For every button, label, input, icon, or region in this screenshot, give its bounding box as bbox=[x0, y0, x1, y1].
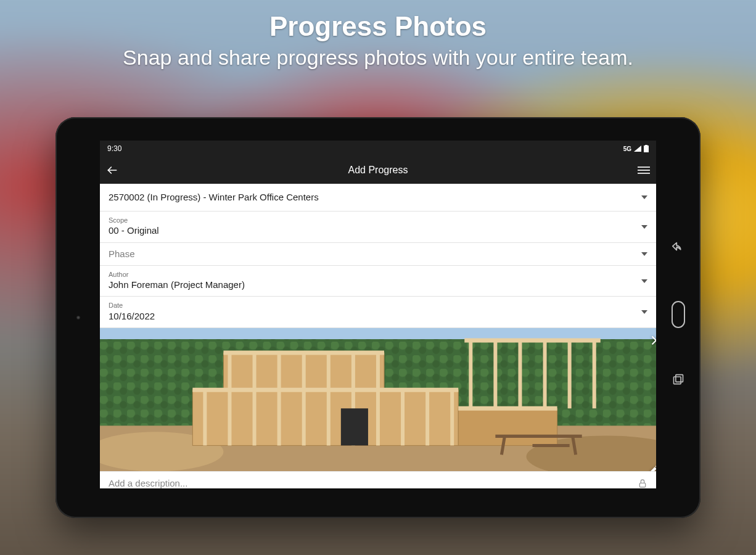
system-home-button[interactable] bbox=[672, 301, 685, 328]
description-input[interactable] bbox=[109, 478, 631, 488]
battery-icon bbox=[644, 145, 649, 152]
date-value: 10/16/2022 bbox=[109, 310, 647, 323]
svg-rect-46 bbox=[674, 377, 681, 384]
tablet-bezel-left bbox=[55, 117, 100, 518]
scope-value: 00 - Original bbox=[109, 224, 647, 237]
menu-button[interactable] bbox=[631, 164, 656, 176]
caret-down-icon bbox=[641, 225, 647, 229]
tablet-camera bbox=[76, 316, 80, 319]
signal-icon bbox=[634, 146, 641, 152]
construction-photo-illustration bbox=[100, 328, 656, 471]
progress-photo[interactable] bbox=[100, 328, 656, 471]
marketing-headline: Progress Photos bbox=[269, 11, 487, 42]
caret-down-icon bbox=[641, 195, 647, 199]
phase-placeholder: Phase bbox=[109, 248, 647, 260]
status-bar: 9:30 5G bbox=[100, 141, 656, 157]
tablet-device-frame: 9:30 5G Add Progres bbox=[55, 117, 701, 518]
system-recents-button[interactable] bbox=[672, 374, 684, 386]
system-back-button[interactable] bbox=[672, 240, 685, 254]
project-select[interactable]: 2570002 (In Progress) - Winter Park Offi… bbox=[100, 184, 656, 212]
svg-rect-47 bbox=[676, 375, 683, 382]
scope-select[interactable]: Scope 00 - Original bbox=[100, 212, 656, 242]
caret-down-icon bbox=[641, 279, 647, 283]
date-label: Date bbox=[109, 302, 647, 310]
back-button[interactable] bbox=[100, 164, 125, 176]
svg-rect-5 bbox=[638, 173, 650, 174]
lock-icon bbox=[638, 478, 647, 488]
svg-rect-16 bbox=[458, 408, 557, 445]
svg-rect-3 bbox=[638, 166, 650, 168]
date-select[interactable]: Date 10/16/2022 bbox=[100, 297, 656, 327]
svg-rect-45 bbox=[639, 483, 645, 487]
marketing-subheadline: Snap and share progress photos with your… bbox=[123, 46, 633, 70]
svg-rect-38 bbox=[341, 408, 368, 445]
form: 2570002 (In Progress) - Winter Park Offi… bbox=[100, 184, 656, 488]
project-value: 2570002 (In Progress) - Winter Park Offi… bbox=[109, 191, 647, 204]
scope-label: Scope bbox=[109, 216, 647, 224]
app-bar: Add Progress bbox=[100, 157, 656, 184]
hamburger-menu-icon bbox=[638, 164, 650, 176]
caret-down-icon bbox=[641, 252, 647, 256]
tablet-screen: 9:30 5G Add Progres bbox=[100, 141, 656, 488]
caret-down-icon bbox=[641, 310, 647, 314]
svg-rect-14 bbox=[192, 390, 458, 445]
svg-rect-1 bbox=[645, 145, 647, 146]
svg-rect-4 bbox=[638, 170, 650, 171]
author-value: John Foreman (Project Manager) bbox=[109, 279, 647, 291]
author-select[interactable]: Author John Foreman (Project Manager) bbox=[100, 266, 656, 297]
status-network: 5G bbox=[623, 146, 631, 152]
status-time: 9:30 bbox=[107, 144, 121, 153]
app-bar-title: Add Progress bbox=[348, 165, 408, 176]
back-arrow-icon bbox=[106, 164, 118, 176]
svg-rect-0 bbox=[644, 146, 649, 152]
description-row bbox=[100, 471, 656, 488]
tablet-bezel-right bbox=[656, 117, 701, 518]
phase-select[interactable]: Phase bbox=[100, 243, 656, 266]
author-label: Author bbox=[109, 271, 647, 279]
